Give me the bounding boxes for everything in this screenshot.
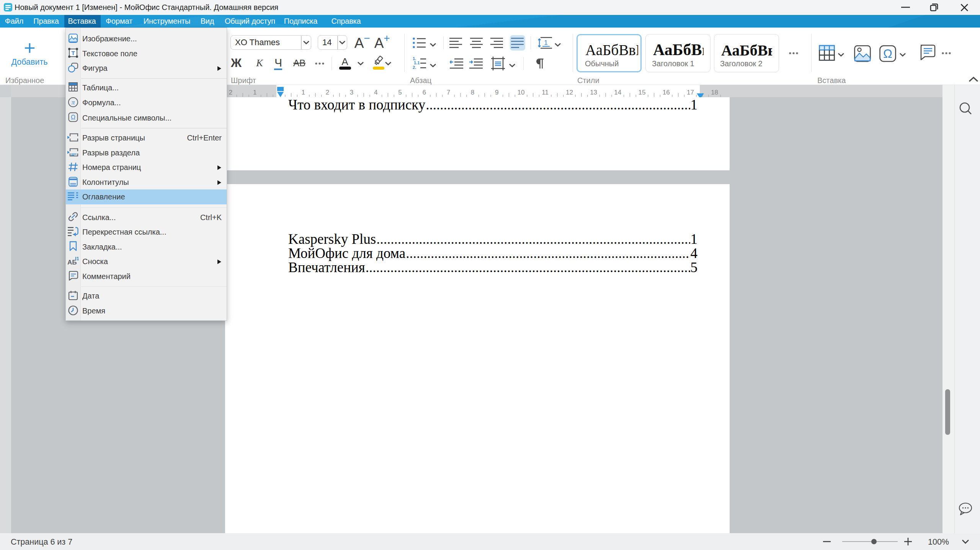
svg-text:3: 3 [350,89,353,96]
svg-text:17: 17 [687,89,694,96]
svg-text:13: 13 [590,89,597,96]
svg-text:4: 4 [374,89,377,96]
svg-text:5: 5 [398,89,402,96]
svg-text:Ω: Ω [71,114,75,121]
svg-text:11: 11 [542,89,549,96]
svg-text:2: 2 [326,89,329,96]
svg-text:1: 1 [301,89,305,96]
svg-text:14: 14 [614,89,621,96]
svg-text:8: 8 [471,89,474,96]
svg-text:15: 15 [639,89,646,96]
svg-text:18: 18 [711,89,718,96]
svg-text:1.1: 1.1 [414,60,420,65]
svg-text:9: 9 [495,89,498,96]
svg-text:2.: 2. [413,65,416,70]
svg-text:Ω: Ω [883,47,892,60]
svg-text:16: 16 [663,89,670,96]
svg-text:π: π [71,99,75,106]
svg-text:АБ: АБ [67,259,77,266]
svg-text:T: T [71,50,75,56]
svg-text:10: 10 [518,89,525,96]
svg-text:6: 6 [422,89,426,96]
svg-text:1: 1 [544,39,547,46]
svg-text:2: 2 [229,89,232,96]
svg-text:7: 7 [447,89,450,96]
svg-text:12: 12 [566,89,573,96]
svg-text:1: 1 [76,256,79,261]
svg-text:1: 1 [253,89,256,96]
